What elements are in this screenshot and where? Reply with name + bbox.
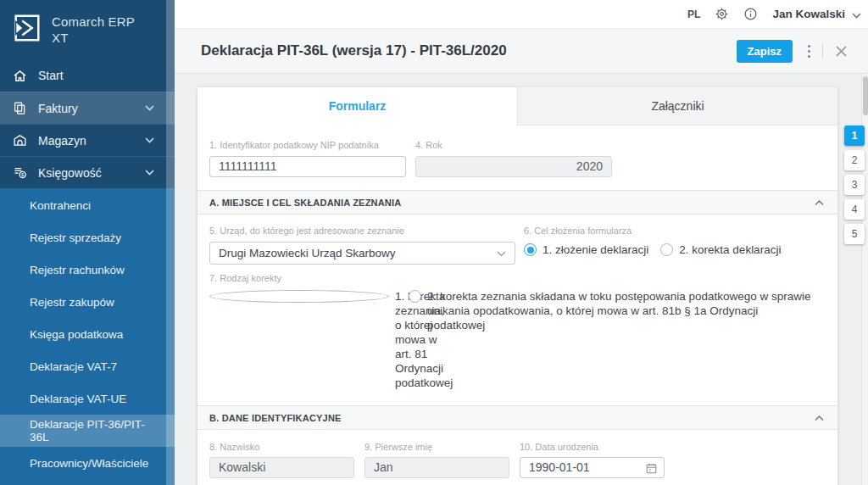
nip-label: 1. Identyfikator podatkowy NIP podatnika	[209, 140, 406, 150]
chevron-down-icon	[145, 105, 154, 111]
sidebar-scrollbar[interactable]	[166, 0, 175, 485]
page-button-4[interactable]: 4	[844, 199, 865, 220]
chevron-down-icon	[852, 7, 861, 22]
user-name: Jan Kowalski	[772, 8, 845, 20]
radio-korekta-art-81[interactable]: 1. korekta zeznania, o której mowa w art…	[209, 289, 409, 390]
user-menu[interactable]: Jan Kowalski	[772, 7, 861, 22]
cel-label: 6. Cel złożenia formularza	[524, 226, 781, 236]
radio-icon[interactable]	[660, 243, 673, 256]
sidebar-item-deklaracje-vat-ue[interactable]: Deklaracje VAT-UE	[0, 382, 175, 415]
radio-icon[interactable]	[209, 290, 389, 303]
nazwisko-label: 8. Nazwisko	[209, 442, 354, 452]
language-selector[interactable]: PL	[687, 8, 700, 20]
sidebar-item-pracownicy-wlasciciele[interactable]: Pracownicy/Właściciele	[0, 447, 175, 479]
collapse-chevron-icon[interactable]	[815, 413, 824, 423]
settings-gear-icon[interactable]	[715, 7, 729, 21]
more-options-icon[interactable]	[808, 45, 810, 58]
radio-icon[interactable]	[524, 243, 537, 256]
tab-zalaczniki[interactable]: Załączniki	[517, 87, 837, 125]
calendar-icon[interactable]	[645, 462, 658, 478]
sidebar-item-rejestr-rachunkow[interactable]: Rejestr rachunków	[0, 254, 175, 286]
sidebar-item-rejestr-zakupow[interactable]: Rejestr zakupów	[0, 286, 175, 318]
rok-label: 4. Rok	[415, 140, 612, 150]
sidebar-item-deklaracje-pit-36[interactable]: Deklaracje PIT-36/PIT-36L	[0, 415, 175, 447]
imie-input: Jan	[364, 457, 509, 478]
sidebar-item-ksiegowosc[interactable]: $ Księgowość	[0, 156, 175, 188]
section-b-header[interactable]: B. DANE IDENTYFIKACYJNE	[198, 405, 837, 430]
topbar: PL Jan Kowalski	[175, 0, 868, 29]
page-button-2[interactable]: 2	[844, 150, 865, 170]
data-urodzenia-input[interactable]: 1990-01-01	[520, 457, 665, 478]
collapse-chevron-icon[interactable]	[815, 198, 824, 208]
form-card: Formularz Załączniki 1. Identyfikator po…	[198, 87, 837, 485]
divider	[822, 43, 823, 59]
nazwisko-input: Kowalski	[209, 457, 354, 478]
page-header: Deklaracja PIT-36L (wersja 17) - PIT-36L…	[175, 29, 868, 74]
info-icon[interactable]	[743, 7, 758, 21]
radio-korekta-art-81b[interactable]: 2. korekta zeznania składana w toku post…	[409, 289, 819, 390]
chevron-down-icon	[145, 137, 154, 143]
radio-zlozenie-deklaracji[interactable]: 1. złożenie deklaracji	[524, 243, 648, 256]
comarch-logo-icon	[10, 12, 42, 47]
sidebar-item-rejestr-sprzedazy[interactable]: Rejestr sprzedaży	[0, 221, 175, 254]
nip-input[interactable]: 1111111111	[209, 156, 406, 177]
content-area: Formularz Załączniki 1. Identyfikator po…	[175, 74, 868, 485]
home-icon	[12, 69, 27, 83]
tab-formularz[interactable]: Formularz	[198, 87, 517, 125]
section-a-header[interactable]: A. MIEJSCE I CEL SKŁADANIA ZEZNANIA	[198, 190, 837, 215]
sidebar-item-label: Księgowość	[38, 166, 102, 180]
imie-label: 9. Pierwsze imię	[364, 442, 509, 452]
sidebar-item-deklaracje-vat-7[interactable]: Deklaracje VAT-7	[0, 350, 175, 382]
sidebar-item-label: Magazyn	[38, 134, 86, 148]
sidebar-item-kontrahenci[interactable]: Kontrahenci	[0, 189, 175, 221]
page-navigator: 1 2 3 4 5	[844, 125, 865, 244]
page-button-3[interactable]: 3	[844, 175, 865, 195]
radio-icon[interactable]	[409, 290, 421, 303]
invoices-icon	[12, 101, 27, 115]
sidebar-item-label: Faktury	[38, 102, 78, 115]
save-button[interactable]: Zapisz	[737, 40, 793, 63]
app-logo[interactable]: Comarch ERP XT	[0, 0, 175, 59]
sidebar: Comarch ERP XT Start Faktury Ma	[0, 0, 175, 485]
urzad-selected-value: Drugi Mazowiecki Urząd Skarbowy	[219, 247, 396, 259]
tab-bar: Formularz Załączniki	[198, 87, 837, 125]
section-b-title: B. DANE IDENTYFIKACYJNE	[209, 413, 342, 423]
svg-text:$: $	[21, 172, 25, 177]
urzad-select[interactable]: Drugi Mazowiecki Urząd Skarbowy	[209, 242, 515, 265]
chevron-down-icon	[497, 247, 506, 259]
sidebar-item-start[interactable]: Start	[0, 59, 175, 92]
page-button-5[interactable]: 5	[844, 224, 865, 244]
scrollbar-thumb[interactable]	[863, 76, 868, 115]
rodzaj-korekty-label: 7. Rodzaj korekty	[209, 273, 826, 283]
data-urodzenia-label: 10. Data urodzenia	[520, 442, 665, 452]
page-title: Deklaracja PIT-36L (wersja 17) - PIT-36L…	[201, 42, 737, 59]
page-button-1[interactable]: 1	[844, 125, 865, 146]
sidebar-item-faktury[interactable]: Faktury	[0, 92, 175, 124]
accounting-icon: $	[12, 165, 27, 180]
radio-korekta-deklaracji[interactable]: 2. korekta deklaracji	[660, 243, 781, 256]
sidebar-item-label: Start	[38, 69, 64, 82]
sidebar-item-magazyn[interactable]: Magazyn	[0, 124, 175, 156]
warehouse-icon	[12, 133, 27, 148]
section-a-title: A. MIEJSCE I CEL SKŁADANIA ZEZNANIA	[209, 198, 401, 208]
app-logo-text: Comarch ERP XT	[52, 14, 135, 46]
chevron-down-icon	[145, 170, 154, 176]
close-icon[interactable]	[835, 45, 848, 58]
sidebar-submenu: Kontrahenci Rejestr sprzedaży Rejestr ra…	[0, 188, 175, 485]
rok-input: 2020	[415, 156, 612, 177]
urzad-label: 5. Urząd, do którego jest adresowane zez…	[209, 226, 515, 236]
sidebar-item-ksiega-podatkowa[interactable]: Księga podatkowa	[0, 318, 175, 350]
